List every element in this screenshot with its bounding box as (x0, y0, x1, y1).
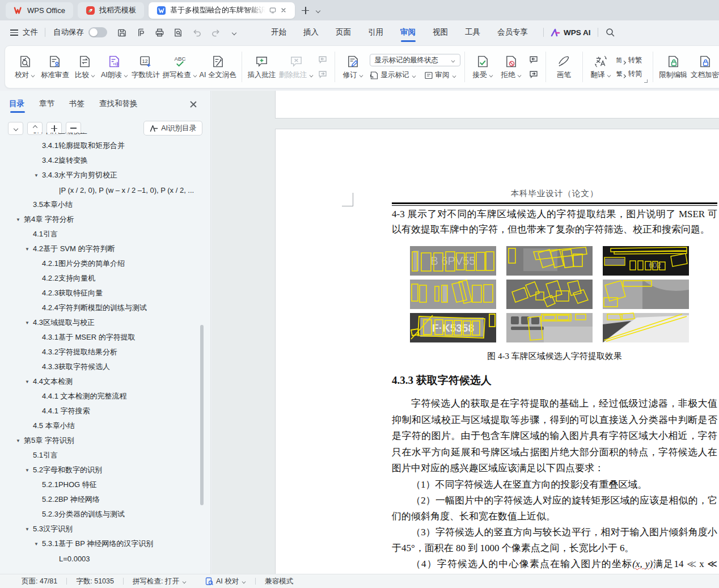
sidebar-scrollbar-thumb[interactable] (200, 325, 204, 505)
caret-icon[interactable]: ▼ (16, 438, 24, 443)
outline-item[interactable]: ▼4.2.3获取特征向量 (0, 286, 202, 301)
track-changes-button[interactable]: 修订 (339, 52, 367, 82)
restrict-edit-button[interactable]: 限制编辑 (657, 52, 689, 82)
ai-polish-button[interactable]: AI 全文润色 (198, 52, 238, 82)
to-traditional-button[interactable]: 简 转繁 (616, 56, 642, 65)
spell-check-button[interactable]: ABC 拼写检查 (162, 52, 198, 82)
outline-item[interactable]: ▼|P (x / 2, 0), P (w – x / 2 –1, 0), P (… (0, 183, 202, 197)
outline-item[interactable]: ▼4.4文本检测 (0, 374, 202, 389)
menu-reference[interactable]: 引用 (360, 21, 392, 44)
caret-icon[interactable]: ▼ (25, 133, 33, 134)
outline-item[interactable]: ▼5.3汉字识别 (0, 522, 202, 536)
page-indicator[interactable]: 页面: 47/81 (22, 577, 57, 586)
ai-read-button[interactable]: AI朗读 (99, 52, 130, 82)
outline-item[interactable]: ▼5.2.3分类器的训练与测试 (0, 507, 202, 522)
to-simplified-button[interactable]: 繁 转简 (616, 69, 642, 79)
print-icon[interactable] (153, 26, 166, 39)
menu-insert[interactable]: 插入 (295, 21, 327, 44)
compat-mode-indicator[interactable]: 兼容模式 (265, 577, 293, 586)
customize-toolbar-button[interactable] (227, 26, 241, 39)
outline-item[interactable]: ▼5.3.1基于 BP 神经网络的汉字识别 (0, 536, 202, 551)
menu-view[interactable]: 视图 (424, 21, 456, 44)
outline-item[interactable]: ▼5.2字母和数字的识别 (0, 463, 202, 477)
previous-change-icon[interactable] (527, 54, 540, 65)
next-comment-icon[interactable] (316, 69, 329, 79)
outline-item[interactable]: ▼第5章 字符识别 (0, 433, 202, 448)
show-markup-button[interactable]: 显示标记 (370, 70, 416, 80)
proof-button[interactable]: 校对 (11, 52, 39, 82)
tab-docer[interactable]: 找稻壳模板 (78, 2, 144, 19)
caret-icon[interactable]: ▼ (25, 527, 33, 532)
next-change-icon[interactable] (527, 69, 540, 79)
outline-item[interactable]: ▼4.5 本章小结 (0, 418, 202, 433)
tab-list-button[interactable] (312, 4, 324, 16)
sidebar-tab-find-replace[interactable]: 查找和替换 (99, 99, 138, 114)
word-count-indicator[interactable]: 字数: 51035 (76, 577, 114, 586)
menu-review[interactable]: 审阅 (392, 21, 424, 44)
delete-comment-button[interactable]: 删除批注 (277, 52, 314, 82)
standard-review-button[interactable]: 标准审查 (39, 52, 71, 82)
outline-item[interactable]: ▼4.4.1 文本检测的完整流程 (0, 389, 202, 404)
insert-comment-button[interactable]: 插入批注 (246, 52, 278, 82)
brush-button[interactable]: 画笔 (550, 52, 578, 82)
doc-encrypt-button[interactable]: 文档加密 (689, 52, 719, 82)
caret-icon[interactable]: ▼ (25, 247, 33, 252)
sidebar-tab-toc[interactable]: 目录 (9, 99, 24, 114)
menu-tools[interactable]: 工具 (456, 21, 489, 44)
autosave-toggle[interactable] (88, 27, 107, 37)
compare-button[interactable]: 比较 (71, 52, 99, 82)
outline-item[interactable]: ▼3.4.2旋转变换 (0, 153, 202, 168)
menu-member[interactable]: 会员专享 (489, 21, 536, 44)
outline-item[interactable]: ▼4.2.1图片分类的简单介绍 (0, 256, 202, 271)
word-count-button[interactable]: 12 字数统计 (130, 52, 162, 82)
markup-state-select[interactable]: 显示标记的最终状态 (370, 54, 460, 66)
outline-item[interactable]: ▼L=0.0003 (0, 551, 202, 566)
outline-item[interactable]: ▼4.1引言 (0, 227, 202, 242)
menu-start[interactable]: 开始 (263, 21, 295, 44)
save-icon[interactable] (115, 26, 129, 39)
outline-item[interactable]: ▼5.2.1PHOG 特征 (0, 477, 202, 492)
previous-comment-icon[interactable] (316, 54, 329, 65)
outline-item[interactable]: ▼4.3.1基于 MSER 的字符提取 (0, 330, 202, 345)
export-pdf-icon[interactable] (134, 26, 147, 39)
outline-item[interactable]: ▼5.1引言 (0, 448, 202, 463)
new-tab-button[interactable] (299, 4, 312, 16)
caret-icon[interactable]: ▼ (25, 320, 33, 325)
outline-item[interactable]: ▼4.2.4字符判断模型的训练与测试 (0, 301, 202, 315)
outline-item[interactable]: ▼3.4车牌区域校正 (0, 133, 202, 138)
close-tab-icon[interactable] (280, 7, 287, 14)
redo-icon[interactable] (209, 26, 222, 39)
review-pane-button[interactable]: 审阅 (424, 70, 456, 80)
dialog-launcher-icon[interactable] (643, 78, 648, 83)
ai-proof-status[interactable]: AI 校对 (205, 577, 246, 586)
caret-icon[interactable]: ▼ (25, 468, 33, 473)
current-page[interactable]: 本科毕业设计（论文） 4-3 展示了对不同的车牌区域候选人的字符提取结果，图片说… (275, 129, 719, 574)
undo-icon[interactable] (190, 26, 204, 39)
accept-button[interactable]: 接受 (469, 52, 497, 82)
outline-item[interactable]: ▼4.3.2字符提取结果分析 (0, 345, 202, 359)
caret-icon[interactable]: ▼ (16, 217, 24, 222)
caret-icon[interactable]: ▼ (34, 542, 42, 547)
print-preview-icon[interactable] (171, 26, 185, 39)
outline-item[interactable]: ▼4.3.3获取字符候选人 (0, 359, 202, 374)
caret-icon[interactable]: ▼ (34, 173, 42, 178)
translate-button[interactable]: 翻译 (587, 52, 615, 82)
caret-icon[interactable]: ▼ (25, 379, 33, 384)
outline-item[interactable]: ▼第4章 字符分析 (0, 212, 202, 227)
tab-document-active[interactable]: 基于多模型融合的车牌智能识 (149, 2, 295, 19)
outline-item[interactable]: ▼3.4.1轮廓提取和矩形合并 (0, 138, 202, 153)
tab-wps-home[interactable]: WPS Office (6, 2, 73, 19)
outline-item[interactable]: ▼4.2.2支持向量机 (0, 271, 202, 286)
sidebar-tab-bookmarks[interactable]: 书签 (69, 99, 84, 114)
outline-item[interactable]: ▼4.3区域提取与校正 (0, 315, 202, 330)
reject-button[interactable]: 拒绝 (497, 52, 526, 82)
outline-item[interactable]: ▼4.2基于 SVM 的字符判断 (0, 242, 202, 256)
file-menu[interactable]: 文件 (23, 27, 38, 37)
outline-item[interactable]: ▼4.4.1 字符搜索 (0, 404, 202, 418)
menu-page[interactable]: 页面 (327, 21, 360, 44)
search-icon[interactable] (605, 27, 615, 37)
reader-mode-icon[interactable] (269, 7, 276, 14)
close-sidebar-icon[interactable] (189, 100, 198, 109)
outline-item[interactable]: ▼3.5本章小结 (0, 197, 202, 212)
outline-item[interactable]: ▼5.2.2BP 神经网络 (0, 492, 202, 507)
